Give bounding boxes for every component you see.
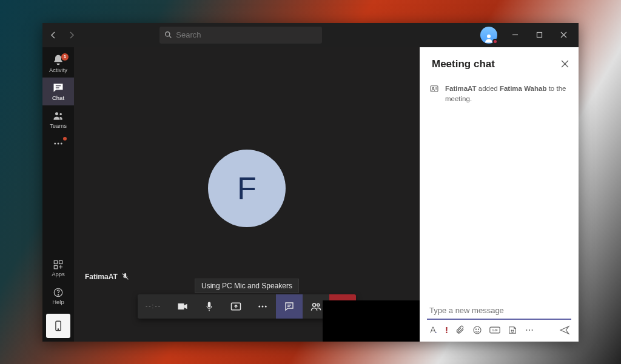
more-actions-button[interactable] [249, 294, 276, 319]
chat-close-button[interactable] [561, 60, 569, 68]
person-added-icon [429, 84, 439, 94]
svg-point-27 [317, 303, 320, 306]
svg-point-11 [61, 142, 62, 144]
rail-label: Chat [52, 94, 64, 101]
self-view-placeholder [323, 300, 420, 342]
rail-help[interactable]: Help [42, 282, 74, 310]
participant-name-tag: FatimaAT [85, 273, 129, 281]
svg-text:GIF: GIF [492, 328, 498, 332]
svg-point-34 [478, 329, 478, 329]
call-stage: F FatimaAT Using PC Mic and Speakers --:… [74, 47, 420, 342]
mic-button[interactable] [196, 294, 223, 319]
search-box[interactable] [159, 27, 322, 44]
svg-line-1 [170, 36, 172, 38]
svg-point-10 [58, 142, 59, 144]
svg-point-33 [475, 329, 476, 329]
svg-rect-12 [54, 260, 57, 263]
svg-point-18 [58, 328, 58, 329]
system-message: FatimaAT added Fatima Wahab to the meeti… [429, 84, 569, 105]
sticker-button[interactable] [508, 325, 517, 335]
attach-button[interactable] [455, 325, 465, 335]
mic-muted-icon [121, 273, 129, 280]
window-minimize-button[interactable] [505, 27, 526, 44]
svg-point-23 [265, 305, 267, 307]
chat-toggle-button[interactable] [276, 294, 303, 319]
search-icon [164, 31, 172, 39]
svg-point-38 [513, 330, 514, 331]
svg-point-21 [258, 305, 260, 307]
profile-avatar[interactable] [480, 27, 497, 44]
giphy-button[interactable]: GIF [489, 326, 500, 334]
svg-rect-4 [537, 33, 542, 38]
svg-point-0 [166, 32, 170, 36]
svg-rect-13 [59, 260, 62, 263]
rail-apps[interactable]: Apps [42, 254, 74, 282]
chat-compose: ! GIF [420, 299, 579, 342]
call-timer: --:-- [138, 294, 169, 319]
participant-avatar: F [208, 150, 286, 227]
send-button[interactable] [559, 325, 570, 336]
titlebar [42, 23, 579, 47]
svg-point-39 [526, 329, 527, 330]
svg-point-22 [262, 305, 264, 307]
svg-point-32 [474, 326, 481, 334]
compose-input[interactable] [427, 302, 571, 320]
rail-label: Apps [52, 271, 65, 277]
svg-point-8 [59, 113, 62, 115]
svg-point-41 [532, 329, 533, 330]
svg-point-40 [529, 329, 530, 330]
svg-point-7 [55, 112, 58, 115]
activity-badge: 1 [61, 53, 69, 61]
svg-rect-14 [54, 265, 57, 268]
presence-busy-icon [492, 39, 498, 44]
teams-window: 1 Activity Chat Teams Apps He [42, 23, 579, 342]
rail-activity[interactable]: 1 Activity [42, 50, 74, 78]
svg-point-9 [54, 142, 56, 144]
rail-label: Help [52, 299, 64, 305]
chat-title: Meeting chat [432, 58, 561, 70]
rail-chat[interactable]: Chat [42, 78, 74, 105]
camera-button[interactable] [169, 294, 196, 319]
svg-point-29 [432, 87, 434, 89]
svg-point-37 [511, 330, 512, 331]
window-close-button[interactable] [553, 27, 575, 44]
priority-button[interactable]: ! [445, 325, 448, 335]
compose-more-button[interactable] [525, 325, 534, 335]
notification-dot-icon [63, 137, 67, 141]
audio-device-tooltip: Using PC Mic and Speakers [195, 279, 299, 293]
app-rail: 1 Activity Chat Teams Apps He [42, 47, 74, 342]
meeting-chat-panel: Meeting chat FatimaAT added Fatima Wahab… [420, 47, 579, 342]
rail-teams[interactable]: Teams [42, 105, 74, 133]
nav-forward-button[interactable] [64, 28, 79, 42]
system-message-text: FatimaAT added Fatima Wahab to the meeti… [445, 84, 569, 105]
search-input[interactable] [176, 30, 317, 39]
rail-label: Activity [49, 67, 67, 73]
rail-more[interactable] [42, 133, 74, 154]
svg-point-26 [313, 303, 316, 306]
emoji-button[interactable] [472, 325, 482, 335]
svg-point-16 [58, 294, 58, 295]
window-maximize-button[interactable] [529, 27, 551, 44]
svg-point-2 [487, 35, 491, 38]
rail-device-button[interactable] [46, 314, 70, 338]
share-button[interactable] [223, 294, 249, 319]
rail-label: Teams [50, 122, 67, 129]
format-button[interactable] [428, 325, 438, 335]
nav-back-button[interactable] [46, 28, 61, 42]
